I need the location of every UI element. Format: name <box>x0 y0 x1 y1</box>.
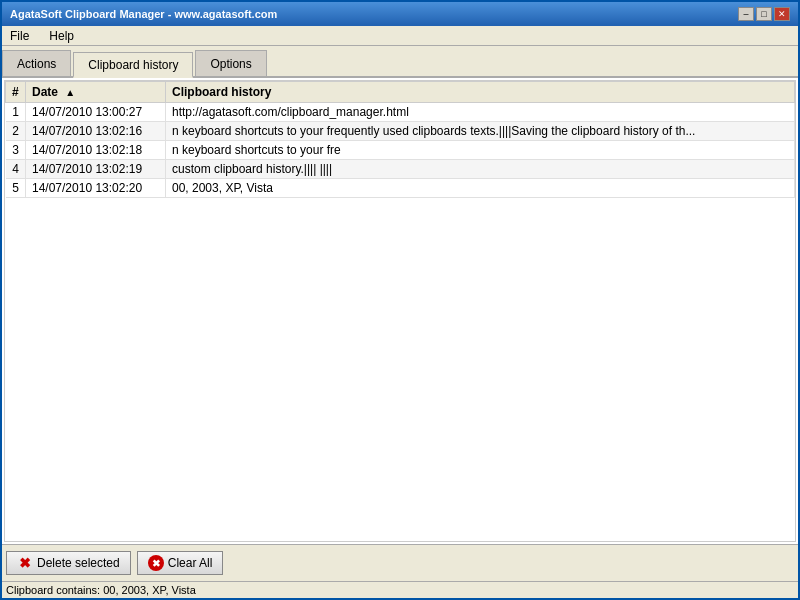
cell-num: 5 <box>6 179 26 198</box>
cell-date: 14/07/2010 13:02:19 <box>26 160 166 179</box>
status-bar: Clipboard contains: 00, 2003, XP, Vista <box>2 581 798 598</box>
cell-history: 00, 2003, XP, Vista <box>166 179 795 198</box>
tab-clipboard-history[interactable]: Clipboard history <box>73 52 193 78</box>
minimize-button[interactable]: – <box>738 7 754 21</box>
footer-buttons: ✖ Delete selected ✖ Clear All <box>2 544 798 581</box>
content-area: # Date ▲ Clipboard history 1 14/07/2010 … <box>2 78 798 544</box>
table-container[interactable]: # Date ▲ Clipboard history 1 14/07/2010 … <box>4 80 796 542</box>
status-text: Clipboard contains: 00, 2003, XP, Vista <box>6 584 196 596</box>
cell-history: n keyboard shortcuts to your frequently … <box>166 122 795 141</box>
clear-all-button[interactable]: ✖ Clear All <box>137 551 224 575</box>
menu-help[interactable]: Help <box>45 29 78 43</box>
cell-date: 14/07/2010 13:02:16 <box>26 122 166 141</box>
table-body: 1 14/07/2010 13:00:27 http://agatasoft.c… <box>6 103 795 198</box>
tabs-bar: Actions Clipboard history Options <box>2 46 798 78</box>
cell-date: 14/07/2010 13:02:18 <box>26 141 166 160</box>
cell-history: http://agatasoft.com/clipboard_manager.h… <box>166 103 795 122</box>
titlebar: AgataSoft Clipboard Manager - www.agatas… <box>2 2 798 26</box>
tab-actions[interactable]: Actions <box>2 50 71 76</box>
titlebar-buttons: – □ ✕ <box>738 7 790 21</box>
table-row[interactable]: 2 14/07/2010 13:02:16 n keyboard shortcu… <box>6 122 795 141</box>
cell-date: 14/07/2010 13:00:27 <box>26 103 166 122</box>
col-header-num[interactable]: # <box>6 82 26 103</box>
main-window: AgataSoft Clipboard Manager - www.agatas… <box>0 0 800 600</box>
menubar: File Help <box>2 26 798 46</box>
table-row[interactable]: 4 14/07/2010 13:02:19 custom clipboard h… <box>6 160 795 179</box>
cell-date: 14/07/2010 13:02:20 <box>26 179 166 198</box>
cell-history: custom clipboard history.|||| |||| <box>166 160 795 179</box>
cell-num: 3 <box>6 141 26 160</box>
clear-icon: ✖ <box>148 555 164 571</box>
cell-num: 2 <box>6 122 26 141</box>
tab-options[interactable]: Options <box>195 50 266 76</box>
delete-selected-button[interactable]: ✖ Delete selected <box>6 551 131 575</box>
maximize-button[interactable]: □ <box>756 7 772 21</box>
delete-button-label: Delete selected <box>37 556 120 570</box>
table-row[interactable]: 3 14/07/2010 13:02:18 n keyboard shortcu… <box>6 141 795 160</box>
col-header-date[interactable]: Date ▲ <box>26 82 166 103</box>
close-button[interactable]: ✕ <box>774 7 790 21</box>
window-title: AgataSoft Clipboard Manager - www.agatas… <box>10 8 277 20</box>
table-header-row: # Date ▲ Clipboard history <box>6 82 795 103</box>
table-row[interactable]: 1 14/07/2010 13:00:27 http://agatasoft.c… <box>6 103 795 122</box>
col-header-history[interactable]: Clipboard history <box>166 82 795 103</box>
cell-history: n keyboard shortcuts to your fre <box>166 141 795 160</box>
clipboard-table: # Date ▲ Clipboard history 1 14/07/2010 … <box>5 81 795 198</box>
sort-arrow-icon: ▲ <box>65 87 75 98</box>
cell-num: 1 <box>6 103 26 122</box>
clear-button-label: Clear All <box>168 556 213 570</box>
table-row[interactable]: 5 14/07/2010 13:02:20 00, 2003, XP, Vist… <box>6 179 795 198</box>
cell-num: 4 <box>6 160 26 179</box>
menu-file[interactable]: File <box>6 29 33 43</box>
delete-icon: ✖ <box>17 555 33 571</box>
